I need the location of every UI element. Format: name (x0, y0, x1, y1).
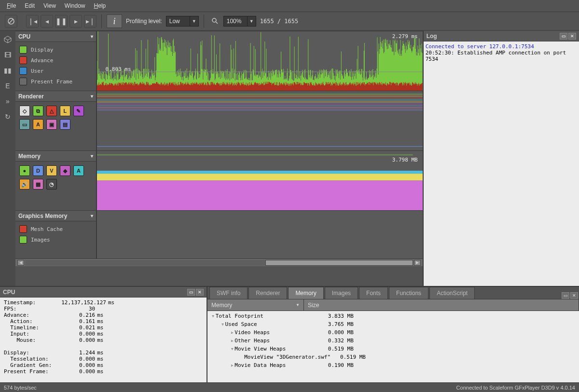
status-right: Connected to Scaleform GFxPlayer D3D9 v … (456, 385, 575, 391)
renderer-panel-header[interactable]: Renderer▾ (15, 91, 96, 102)
expand-icon[interactable]: » (3, 96, 13, 106)
zoom-combo[interactable]: 100% ▼ (223, 16, 256, 27)
category-icon[interactable]: 🔊 (19, 179, 30, 189)
stat-row: Input: 0.000ms (4, 331, 203, 337)
close-icon[interactable]: ✕ (570, 292, 578, 299)
menubar: File Edit View Window Help (0, 0, 579, 12)
info-icon[interactable]: i (107, 14, 122, 28)
last-frame-button[interactable]: ▸❘ (84, 15, 96, 27)
cpu-detail-body[interactable]: Timestamp: 12,137,152.127msFPS: 30Advanc… (0, 297, 207, 382)
scroll-left-arrow[interactable]: ◀ (17, 260, 24, 266)
memory-row: Memory▾ ●DV◆A🔊▦◔ 3.798 MB (15, 150, 423, 210)
category-icon[interactable]: ◆ (60, 165, 70, 176)
tab-fonts[interactable]: Fonts (359, 287, 388, 299)
minimize-icon[interactable]: ▭ (560, 33, 567, 40)
category-icon[interactable]: △ (46, 106, 57, 116)
prev-frame-button[interactable]: ◂ (41, 15, 53, 27)
log-title: Log (427, 33, 437, 40)
category-icon[interactable]: A (73, 165, 84, 176)
log-header[interactable]: Log ▭ ✕ (424, 31, 579, 41)
category-icon[interactable]: ▣ (46, 119, 57, 130)
memory-graph[interactable]: 3.798 MB (97, 151, 423, 210)
log-line: 20:52:30: Established AMP connection on … (426, 50, 577, 62)
legend-item[interactable]: User (19, 67, 92, 75)
legend-item[interactable]: Images (19, 236, 92, 243)
scroll-thumb[interactable] (265, 260, 413, 266)
swatch (19, 46, 27, 54)
tab-renderer[interactable]: Renderer (248, 287, 287, 299)
renderer-graph[interactable] (97, 91, 423, 150)
memory-panel-header[interactable]: Memory▾ (15, 151, 96, 162)
layers-icon[interactable]: ▮▮ (3, 66, 13, 75)
minimize-icon[interactable]: ▭ (187, 289, 195, 296)
refresh-icon[interactable]: ↻ (3, 112, 13, 122)
category-icon[interactable]: D (33, 165, 43, 176)
legend-item[interactable]: Display (19, 46, 92, 54)
chart-icon[interactable]: E (3, 81, 13, 91)
category-icon[interactable]: L (60, 106, 70, 116)
category-icon[interactable]: ◇ (19, 106, 30, 116)
stat-row: Timestamp: 12,137,152.127ms (4, 299, 203, 306)
scroll-right-arrow[interactable]: ▶ (414, 260, 421, 266)
close-icon[interactable]: ✕ (196, 289, 204, 296)
category-icon[interactable]: ▤ (60, 119, 70, 130)
cpu-graph[interactable]: 2.279 ms 0.803 ms (97, 31, 423, 91)
cpu-legend: DisplayAdvanceUserPresent Frame (15, 42, 96, 89)
stat-row: Mouse: 0.000ms (4, 337, 203, 343)
pause-button[interactable]: ❚❚ (55, 15, 68, 27)
tree-row[interactable]: ▿Movie View Heaps 0.519 MB (207, 345, 579, 353)
tab-memory[interactable]: Memory (288, 287, 323, 299)
cube-icon[interactable] (3, 35, 13, 44)
tab-actionscript[interactable]: ActionScript (429, 287, 475, 299)
chevron-down-icon: ▼ (190, 16, 198, 26)
next-frame-button[interactable]: ▸ (69, 15, 82, 27)
tree-row[interactable]: ▿Used Space 3.765 MB (207, 320, 579, 328)
log-body[interactable]: Connected to server 127.0.0.1:753420:52:… (424, 41, 579, 286)
minimize-icon[interactable]: ▭ (562, 292, 569, 299)
memory-tree[interactable]: ▿Total Footprint 3.833 MB ▿Used Space 3.… (207, 311, 579, 382)
profiling-level-combo[interactable]: Low ▼ (166, 16, 199, 27)
legend-item[interactable]: Present Frame (19, 78, 92, 85)
log-line: Connected to server 127.0.0.1:7534 (426, 43, 577, 50)
menu-file[interactable]: File (3, 1, 20, 11)
category-icon[interactable]: ▦ (33, 179, 43, 189)
tree-row[interactable]: ▹Video Heaps 0.000 MB (207, 328, 579, 337)
legend-item[interactable]: Advance (19, 56, 92, 64)
tree-row[interactable]: ▹Other Heaps 0.332 MB (207, 337, 579, 345)
category-icon[interactable]: V (46, 165, 57, 176)
category-icon[interactable]: ◔ (46, 179, 57, 189)
legend-item[interactable]: Mesh Cache (19, 225, 92, 233)
category-icon[interactable]: ▭ (19, 119, 30, 130)
movie-icon[interactable]: 🎞 (3, 50, 13, 60)
gmem-panel-header[interactable]: Graphics Memory▾ (15, 211, 96, 221)
stat-row: Display: 1.244ms (4, 350, 203, 356)
stat-row: Timeline: 0.021ms (4, 324, 203, 331)
tab-images[interactable]: Images (325, 287, 358, 299)
scroll-track[interactable] (25, 260, 413, 266)
tab-swf-info[interactable]: SWF info (209, 287, 248, 299)
category-icon[interactable]: ✎ (73, 106, 84, 116)
category-icon[interactable]: ● (19, 165, 30, 176)
cpu-panel-header[interactable]: CPU▾ (15, 31, 96, 42)
cpu-detail-title: CPU (3, 289, 15, 296)
gmem-graph[interactable] (97, 211, 423, 258)
tree-row[interactable]: ▹Movie Data Heaps 0.190 MB (207, 361, 579, 369)
first-frame-button[interactable]: ❘◂ (26, 15, 39, 27)
column-size[interactable]: Size (304, 299, 579, 311)
menu-window[interactable]: Window (61, 1, 89, 11)
menu-view[interactable]: View (40, 1, 60, 11)
stop-button[interactable] (5, 15, 17, 27)
timeline-scrollbar[interactable]: ◀ ▶ (15, 258, 423, 266)
tab-functions[interactable]: Functions (389, 287, 428, 299)
menu-help[interactable]: Help (90, 1, 110, 11)
swatch (19, 78, 27, 85)
tree-row[interactable]: MovieView "3DGenerator.swf" 0.519 MB (207, 353, 579, 361)
tree-row[interactable]: ▿Total Footprint 3.833 MB (207, 312, 579, 320)
magnify-icon[interactable] (209, 15, 221, 27)
close-icon[interactable]: ✕ (568, 33, 576, 40)
menu-edit[interactable]: Edit (21, 1, 39, 11)
category-icon[interactable]: ⧉ (33, 106, 43, 116)
category-icon[interactable]: A (33, 119, 43, 130)
cpu-detail-header[interactable]: CPU ▭ ✕ (0, 287, 207, 297)
column-memory[interactable]: Memory▼ (207, 299, 304, 311)
